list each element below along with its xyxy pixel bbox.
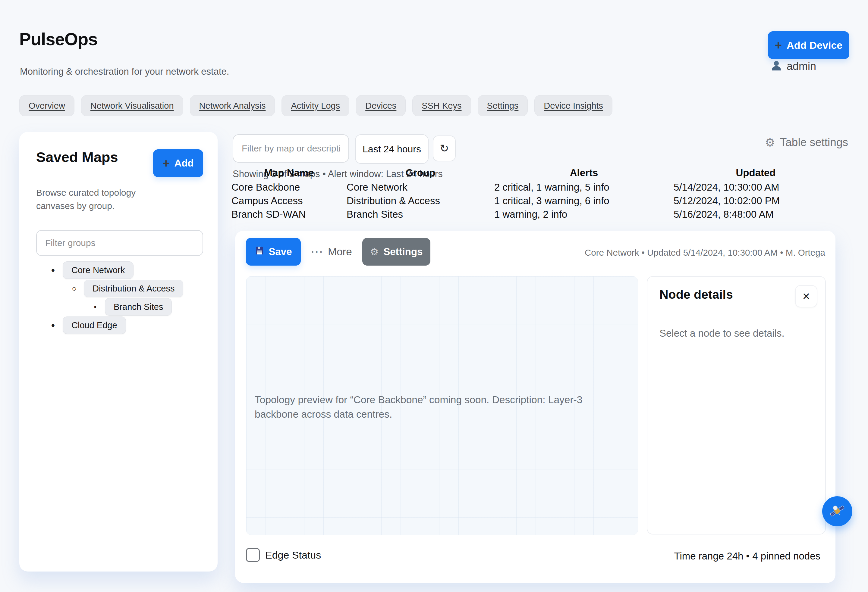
tab-network-analysis[interactable]: Network Analysis [190,95,275,116]
user-name: admin [787,60,816,72]
table-cell-updated: 5/12/2024, 10:02:00 PM [674,194,838,208]
bullet-disc-icon: ● [47,266,59,274]
user-avatar-icon [771,60,782,73]
bullet-disc-icon: ● [47,321,59,329]
table-cell-group: Core Network [347,180,494,194]
save-label: Save [269,246,292,258]
more-button[interactable]: ⋯ More [309,238,354,266]
group-button-branch-sites[interactable]: Branch Sites [105,298,172,315]
plus-icon: + [775,39,782,51]
saved-maps-description: Browse curated topology canvases by grou… [36,186,166,213]
tab-activity-logs[interactable]: Activity Logs [282,95,349,116]
table-cell-updated: 5/14/2024, 10:30:00 AM [674,180,838,194]
ellipsis-icon: ⋯ [310,245,323,258]
group-button-cloud-edge[interactable]: Cloud Edge [63,317,126,334]
map-meta: Core Network • Updated 5/14/2024, 10:30:… [585,247,825,258]
tree-item-branch-sites: ▪ Branch Sites [89,298,203,315]
table-cell-updated: 5/16/2024, 8:48:00 AM [674,208,838,221]
user-menu[interactable]: admin [771,60,816,73]
table-cell-map-name[interactable]: Branch SD-WAN [232,208,347,221]
tab-overview[interactable]: Overview [19,95,74,116]
gear-icon: ⚙ [370,247,379,256]
table-cell-alerts: 2 critical, 1 warning, 5 info [494,180,674,194]
add-map-label: Add [174,158,194,169]
main-nav: Overview Network Visualisation Network A… [19,95,613,116]
topology-preview-canvas[interactable]: Topology preview for “Core Backbone” com… [246,276,638,535]
tab-network-visualisation[interactable]: Network Visualisation [81,95,183,116]
maps-table: Map Name Group Alerts Updated Core Backb… [232,165,838,221]
tab-ssh-keys[interactable]: SSH Keys [412,95,471,116]
add-device-label: Add Device [787,40,842,51]
tree-item-cloud-edge: ● Cloud Edge [47,317,203,334]
column-header-alerts: Alerts [494,165,674,180]
bullet-circle-icon: ○ [68,284,80,293]
filter-groups-input[interactable] [36,230,203,256]
table-cell-map-name[interactable]: Core Backbone [232,180,347,194]
close-icon: × [803,290,810,303]
plus-icon: + [162,157,170,169]
add-device-button[interactable]: + Add Device [768,31,849,59]
satellite-fab-button[interactable] [822,496,852,526]
satellite-icon [830,503,845,520]
close-button[interactable]: × [795,285,817,308]
save-icon [255,246,264,258]
node-details-panel: Node details × Select a node to see deta… [647,276,826,535]
group-tree: ● Core Network ○ Distribution & Access ▪… [36,261,203,334]
refresh-button[interactable]: ↻ [433,135,456,161]
settings-label: Settings [383,246,422,258]
table-cell-map-name[interactable]: Campus Access [232,194,347,208]
column-header-group: Group [347,165,494,180]
edge-status-checkbox[interactable] [246,548,260,562]
refresh-icon: ↻ [440,143,449,154]
table-cell-group: Branch Sites [347,208,494,221]
node-details-empty-message: Select a node to see details. [660,328,813,339]
page-title: PulseOps [19,29,97,49]
tab-devices[interactable]: Devices [356,95,406,116]
edge-status-toggle: Edge Status [246,548,321,562]
saved-maps-title: Saved Maps [36,149,118,165]
edge-status-label: Edge Status [265,549,321,561]
group-button-distribution-access[interactable]: Distribution & Access [84,280,183,297]
tab-device-insights[interactable]: Device Insights [534,95,613,116]
saved-maps-panel: Saved Maps + Add Browse curated topology… [19,132,218,571]
tree-item-distribution-access: ○ Distribution & Access [68,280,203,297]
table-settings-button[interactable]: ⚙ Table settings [765,136,848,149]
save-button[interactable]: Save [246,238,301,266]
add-map-button[interactable]: + Add [153,149,203,177]
settings-button[interactable]: ⚙ Settings [362,238,430,266]
tree-item-core-network: ● Core Network [47,261,203,279]
table-cell-alerts: 1 critical, 3 warning, 6 info [494,194,674,208]
preview-placeholder-message: Topology preview for “Core Backbone” com… [255,393,610,421]
table-cell-alerts: 1 warning, 2 info [494,208,674,221]
table-settings-label: Table settings [780,136,848,149]
bullet-square-icon: ▪ [89,303,101,311]
page-subtitle: Monitoring & orchestration for your netw… [20,66,229,77]
time-range-select[interactable]: Last 24 hours [355,134,428,164]
more-label: More [328,246,352,258]
column-header-map-name: Map Name [232,165,347,180]
tab-settings[interactable]: Settings [478,95,528,116]
column-header-updated: Updated [674,165,838,180]
gear-icon: ⚙ [765,137,775,148]
node-details-title: Node details [660,287,813,302]
table-cell-group: Distribution & Access [347,194,494,208]
canvas-footer-status: Time range 24h • 4 pinned nodes [674,551,821,562]
group-button-core-network[interactable]: Core Network [63,261,133,279]
filter-maps-input[interactable] [233,134,349,163]
